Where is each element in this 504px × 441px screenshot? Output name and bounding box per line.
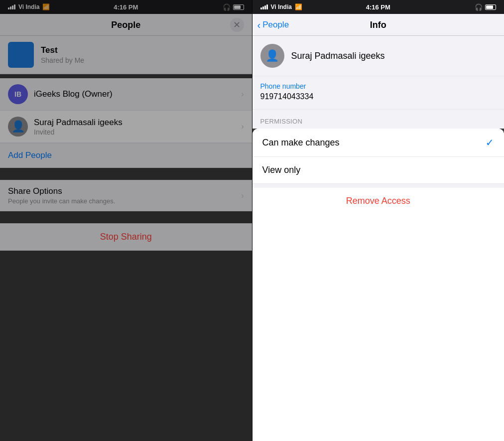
chevron-left-icon: ‹ [257, 20, 261, 30]
people-section: IB iGeeks Blog (Owner) › 👤 Suraj Padmasa… [0, 78, 252, 143]
close-icon: ✕ [233, 19, 241, 30]
add-people-label: Add People [8, 150, 52, 160]
action-separator [252, 184, 504, 188]
avatar: IB [8, 84, 28, 104]
person-photo: 👤 [8, 117, 28, 137]
right-headphones-icon: 🎧 [475, 3, 483, 11]
person-name: iGeeks Blog (Owner) [34, 89, 113, 99]
left-status-right: 🎧 [223, 3, 244, 11]
right-nav-bar: ‹ People Info [252, 14, 504, 36]
can-make-changes-label: Can make changes [262, 138, 340, 148]
back-label: People [262, 20, 289, 30]
phone-info-section: Phone number 919714043334 [252, 76, 504, 110]
person-name: Suraj Padmasali igeeks [34, 118, 123, 128]
right-status-left: Vi India 📶 [260, 3, 302, 10]
right-nav-title: Info [370, 20, 386, 30]
phone-label: Phone number [260, 82, 497, 90]
right-panel: Vi India 📶 4:16 PM 🎧 ‹ People Info 👤 [252, 0, 504, 441]
right-panel-content: Vi India 📶 4:16 PM 🎧 ‹ People Info 👤 [252, 0, 504, 441]
right-status-right: 🎧 [475, 3, 496, 11]
chevron-right-icon: › [241, 191, 244, 200]
stop-sharing-label: Stop Sharing [100, 232, 152, 242]
phone-number: 919714043334 [260, 92, 497, 101]
left-battery [233, 4, 244, 10]
right-battery [485, 4, 496, 10]
file-section: Test Shared by Me [0, 36, 252, 74]
left-headphones-icon: 🎧 [223, 3, 231, 11]
left-nav-title: People [111, 20, 140, 30]
user-info-section: 👤 Suraj Padmasali igeeks [252, 36, 504, 76]
share-options-section[interactable]: Share Options People you invite can make… [0, 180, 252, 211]
stop-sharing-section[interactable]: Stop Sharing [0, 223, 252, 251]
left-panel: Vi India 📶 4:16 PM 🎧 People ✕ Test Share… [0, 0, 252, 441]
left-signal-bars [8, 4, 15, 9]
file-name: Test [41, 45, 84, 55]
checkmark-icon: ✓ [486, 137, 494, 148]
person-subtitle: Invited [34, 128, 123, 136]
left-carrier: Vi India [18, 3, 39, 10]
right-signal-bars [260, 4, 268, 9]
file-icon [8, 42, 34, 68]
file-info: Test Shared by Me [41, 45, 84, 64]
remove-access-button[interactable]: Remove Access [252, 188, 504, 214]
right-status-bar: Vi India 📶 4:16 PM 🎧 [252, 0, 504, 14]
list-item[interactable]: IB iGeeks Blog (Owner) › [0, 78, 252, 111]
share-options-title: Share Options [8, 186, 115, 196]
share-options-subtitle: People you invite can make changes. [8, 197, 115, 205]
share-options-info: Share Options People you invite can make… [8, 186, 115, 205]
permission-label: PERMISSION [260, 118, 303, 125]
view-only-option[interactable]: View only [252, 157, 504, 184]
view-only-label: View only [262, 165, 301, 175]
avatar: 👤 [8, 117, 28, 137]
chevron-right-icon: › [241, 90, 244, 99]
can-make-changes-option[interactable]: Can make changes ✓ [252, 129, 504, 157]
share-options-row[interactable]: Share Options People you invite can make… [0, 180, 252, 211]
permission-header: PERMISSION [252, 110, 504, 129]
left-time: 4:16 PM [114, 3, 138, 11]
right-carrier: Vi India [271, 3, 292, 10]
list-item[interactable]: 👤 Suraj Padmasali igeeks Invited › [0, 111, 252, 143]
person-info: iGeeks Blog (Owner) [34, 89, 113, 99]
user-avatar: 👤 [260, 44, 284, 68]
right-wifi-icon: 📶 [295, 3, 302, 10]
user-photo: 👤 [260, 44, 284, 68]
left-wifi-icon: 📶 [42, 3, 50, 10]
remove-access-label: Remove Access [346, 196, 410, 206]
action-sheet: Can make changes ✓ View only Remove Acce… [252, 129, 504, 441]
add-people-row[interactable]: Add People [0, 143, 252, 168]
file-subtitle: Shared by Me [41, 56, 84, 64]
user-name: Suraj Padmasali igeeks [291, 51, 385, 61]
left-status-left: Vi India 📶 [8, 3, 50, 10]
person-info: Suraj Padmasali igeeks Invited [34, 118, 123, 136]
right-time: 4:16 PM [366, 3, 390, 11]
left-status-bar: Vi India 📶 4:16 PM 🎧 [0, 0, 252, 14]
left-nav-bar: People ✕ [0, 14, 252, 36]
back-button[interactable]: ‹ People [257, 20, 289, 30]
avatar-initials: IB [14, 90, 21, 98]
close-button[interactable]: ✕ [230, 18, 244, 32]
chevron-right-icon: › [241, 122, 244, 131]
